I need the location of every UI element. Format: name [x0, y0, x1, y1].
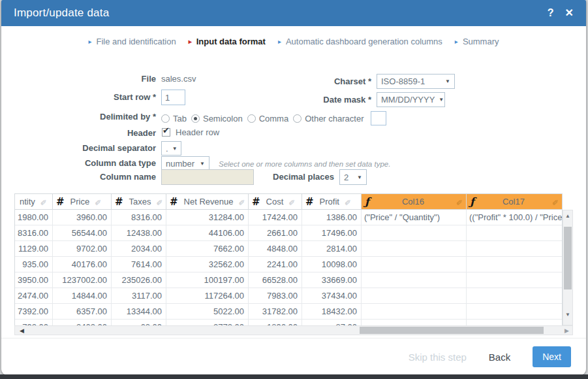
step-summary[interactable]: ▸Summary — [455, 37, 499, 46]
radio-label: Comma — [259, 114, 289, 124]
radio-icon — [247, 114, 256, 123]
column-name-input[interactable] — [161, 169, 254, 185]
column-header-cost[interactable]: #Cost✎ — [249, 194, 302, 209]
edit-column-icon[interactable]: ✎ — [40, 197, 47, 206]
table-cell: 9702.00 — [53, 241, 112, 256]
horizontal-scrollbar-thumb[interactable] — [360, 327, 544, 334]
table-cell: 87.00 — [302, 320, 362, 325]
column-header-col16[interactable]: ƒCol16✎ — [362, 194, 467, 209]
table-cell — [362, 272, 467, 288]
close-icon[interactable]: ✕ — [565, 8, 574, 18]
delimiter-radio-group: TabSemicolonCommaOther character — [161, 111, 386, 125]
table-cell: 1386.00 — [302, 210, 362, 225]
table-cell: 63.00 — [112, 320, 166, 325]
next-button[interactable]: Next — [533, 346, 571, 367]
radio-other-character[interactable]: Other character — [293, 114, 364, 124]
step-label: Summary — [463, 37, 499, 46]
number-type-icon: # — [305, 196, 314, 208]
column-data-type-label: Column data type — [1, 158, 156, 168]
table-cell: ("Price" / "Quantity") — [362, 210, 467, 225]
date-mask-label: Date mask * — [275, 95, 371, 105]
horizontal-scrollbar[interactable]: ◀ ▶ — [14, 325, 573, 335]
help-icon[interactable]: ? — [548, 8, 554, 18]
radio-icon — [161, 114, 170, 123]
decimal-separator-select[interactable]: . ▼ — [161, 141, 181, 156]
chevron-down-icon: ▼ — [196, 161, 205, 167]
table-cell: 7392.00 — [15, 304, 53, 319]
table-cell — [362, 241, 467, 256]
table-cell: 1980.00 — [15, 210, 53, 225]
scroll-down-icon[interactable]: ▼ — [563, 312, 572, 318]
edit-column-icon[interactable]: ✎ — [345, 197, 351, 206]
page-background-strip — [0, 374, 588, 379]
scroll-up-icon[interactable]: ▲ — [563, 213, 572, 219]
edit-column-icon[interactable]: ✎ — [288, 197, 295, 206]
column-header-ntity[interactable]: ntity✎ — [15, 194, 53, 209]
edit-column-icon[interactable]: ✎ — [456, 197, 463, 206]
table-cell: 12438.00 — [112, 225, 166, 240]
edit-column-icon[interactable]: ✎ — [157, 197, 163, 206]
vertical-scrollbar-thumb[interactable] — [564, 227, 572, 289]
vertical-scrollbar[interactable]: ▲ ▼ — [563, 210, 573, 325]
decimal-places-select[interactable]: 2 ▼ — [339, 169, 367, 185]
charset-select[interactable]: ISO-8859-1 ▼ — [377, 74, 455, 89]
column-header-label: Cost — [266, 197, 284, 206]
decimal-separator-label: Decimal separator — [1, 143, 156, 153]
edit-column-icon[interactable]: ✎ — [552, 197, 559, 206]
table-cell: 117264.00 — [166, 288, 249, 303]
start-row-input[interactable] — [161, 90, 185, 105]
table-cell: 7614.00 — [112, 257, 166, 272]
number-type-icon: # — [170, 196, 178, 208]
column-header-profit[interactable]: #Profit✎ — [302, 194, 362, 209]
chevron-down-icon: ▼ — [353, 174, 362, 180]
step-arrow-icon: ▸ — [455, 38, 458, 45]
column-header-label: Taxes — [129, 197, 151, 206]
table-cell: 8316.00 — [15, 225, 53, 240]
radio-comma[interactable]: Comma — [247, 114, 289, 124]
radio-tab[interactable]: Tab — [161, 114, 187, 124]
skip-this-step-button[interactable]: Skip this step — [409, 352, 467, 363]
chevron-down-icon: ▼ — [168, 146, 178, 152]
table-cell — [362, 288, 467, 303]
edit-column-icon[interactable]: ✎ — [95, 197, 101, 206]
table-row: 792.003402.0063.002772.001896.0087.00 — [15, 320, 562, 325]
table-cell: 31284.00 — [166, 210, 249, 225]
table-cell: 2241.00 — [249, 257, 302, 272]
dialog-title: Import/update data — [14, 7, 109, 20]
step-arrow-icon: ▸ — [189, 38, 192, 45]
other-character-input[interactable] — [371, 111, 386, 125]
table-cell — [467, 241, 562, 256]
scroll-right-icon[interactable]: ▶ — [565, 327, 569, 335]
table-cell: 4848.00 — [249, 241, 302, 256]
table-cell — [362, 225, 467, 240]
edit-column-icon[interactable]: ✎ — [238, 197, 245, 206]
column-header-label: Price — [70, 197, 90, 206]
radio-semicolon[interactable]: Semicolon — [191, 114, 243, 124]
back-button[interactable]: Back — [489, 352, 510, 363]
table-cell: 10098.00 — [302, 257, 362, 272]
number-type-icon: # — [56, 196, 65, 208]
table-cell: 1896.00 — [249, 320, 302, 325]
preview-grid: ntity✎#Price✎#Taxes✎#Net Revenue✎#Cost✎#… — [14, 193, 563, 326]
table-cell: 44106.00 — [166, 225, 249, 240]
table-row: 7392.006357.0013344.005022.0031782.00184… — [15, 304, 562, 320]
table-cell — [467, 272, 562, 288]
column-header-price[interactable]: #Price✎ — [53, 194, 112, 209]
column-header-label: Profit — [320, 197, 339, 206]
table-cell — [362, 304, 467, 319]
table-cell: 2661.00 — [249, 225, 302, 240]
scroll-left-icon[interactable]: ◀ — [20, 327, 24, 335]
date-mask-select[interactable]: MM/DD/YYYY ▼ — [377, 92, 445, 107]
table-cell: 792.00 — [15, 320, 53, 325]
radio-label: Other character — [305, 114, 364, 124]
step-automatic-dashboard-generation-columns[interactable]: ▸Automatic dashboard generation columns — [278, 37, 442, 46]
step-input-data-format[interactable]: ▸Input data format — [189, 37, 266, 46]
table-cell: 2772.00 — [166, 320, 249, 325]
column-header-col17[interactable]: ƒCol17✎ — [467, 194, 562, 209]
delimited-by-label: Delimited by * — [1, 112, 156, 122]
column-header-taxes[interactable]: #Taxes✎ — [112, 194, 166, 209]
column-header-net-revenue[interactable]: #Net Revenue✎ — [166, 194, 249, 209]
step-label: Input data format — [196, 37, 266, 46]
step-file-and-identification[interactable]: ▸File and identification — [89, 37, 176, 46]
header-row-checkbox[interactable]: ✔ Header row — [162, 127, 219, 137]
